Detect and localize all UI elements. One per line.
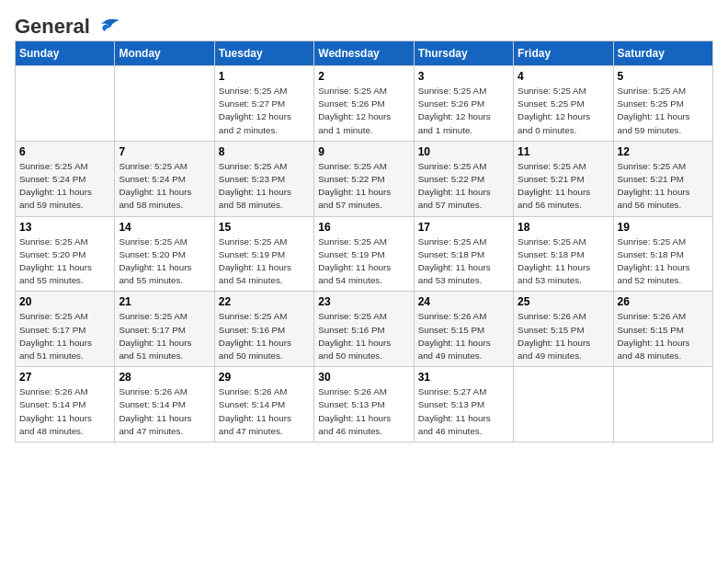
day-number: 21 xyxy=(119,295,210,308)
calendar-cell: 28Sunrise: 5:26 AM Sunset: 5:14 PM Dayli… xyxy=(115,367,214,442)
calendar-cell: 18Sunrise: 5:25 AM Sunset: 5:18 PM Dayli… xyxy=(514,216,613,292)
day-info: Sunrise: 5:25 AM Sunset: 5:19 PM Dayligh… xyxy=(318,236,409,288)
day-info: Sunrise: 5:25 AM Sunset: 5:17 PM Dayligh… xyxy=(119,310,210,362)
dow-friday: Friday xyxy=(514,41,613,66)
day-info: Sunrise: 5:26 AM Sunset: 5:13 PM Dayligh… xyxy=(318,385,409,438)
calendar-cell: 13Sunrise: 5:25 AM Sunset: 5:20 PM Dayli… xyxy=(16,216,115,292)
day-info: Sunrise: 5:26 AM Sunset: 5:15 PM Dayligh… xyxy=(518,310,609,362)
dow-saturday: Saturday xyxy=(613,41,712,66)
day-info: Sunrise: 5:26 AM Sunset: 5:14 PM Dayligh… xyxy=(219,385,310,438)
calendar-cell: 3Sunrise: 5:25 AM Sunset: 5:26 PM Daylig… xyxy=(414,66,513,142)
day-info: Sunrise: 5:25 AM Sunset: 5:25 PM Dayligh… xyxy=(518,85,609,137)
day-number: 13 xyxy=(19,221,110,234)
calendar-cell xyxy=(115,66,214,142)
dow-tuesday: Tuesday xyxy=(214,41,313,66)
calendar-cell: 25Sunrise: 5:26 AM Sunset: 5:15 PM Dayli… xyxy=(514,292,613,367)
calendar-cell: 21Sunrise: 5:25 AM Sunset: 5:17 PM Dayli… xyxy=(115,292,214,367)
day-info: Sunrise: 5:25 AM Sunset: 5:24 PM Dayligh… xyxy=(19,160,110,213)
day-info: Sunrise: 5:26 AM Sunset: 5:14 PM Dayligh… xyxy=(119,385,210,438)
day-number: 5 xyxy=(618,70,709,83)
calendar-cell: 16Sunrise: 5:25 AM Sunset: 5:19 PM Dayli… xyxy=(314,216,414,292)
day-info: Sunrise: 5:25 AM Sunset: 5:22 PM Dayligh… xyxy=(318,160,409,213)
day-info: Sunrise: 5:25 AM Sunset: 5:27 PM Dayligh… xyxy=(219,85,310,137)
day-number: 14 xyxy=(119,221,210,234)
day-number: 25 xyxy=(518,295,609,308)
day-info: Sunrise: 5:25 AM Sunset: 5:21 PM Dayligh… xyxy=(518,160,609,213)
calendar-cell: 12Sunrise: 5:25 AM Sunset: 5:21 PM Dayli… xyxy=(613,141,712,216)
day-number: 11 xyxy=(518,145,609,158)
day-number: 31 xyxy=(418,371,509,384)
day-number: 29 xyxy=(219,371,310,384)
day-number: 17 xyxy=(418,221,509,234)
calendar-cell: 14Sunrise: 5:25 AM Sunset: 5:20 PM Dayli… xyxy=(115,216,214,292)
dow-wednesday: Wednesday xyxy=(314,41,414,66)
day-number: 2 xyxy=(318,70,409,83)
day-info: Sunrise: 5:25 AM Sunset: 5:23 PM Dayligh… xyxy=(219,160,310,213)
day-number: 16 xyxy=(318,221,409,234)
day-info: Sunrise: 5:26 AM Sunset: 5:15 PM Dayligh… xyxy=(618,310,709,362)
dow-thursday: Thursday xyxy=(414,41,513,66)
day-number: 15 xyxy=(219,221,310,234)
dow-sunday: Sunday xyxy=(16,41,115,66)
calendar-cell: 1Sunrise: 5:25 AM Sunset: 5:27 PM Daylig… xyxy=(214,66,313,142)
day-info: Sunrise: 5:25 AM Sunset: 5:26 PM Dayligh… xyxy=(318,85,409,137)
calendar-cell: 2Sunrise: 5:25 AM Sunset: 5:26 PM Daylig… xyxy=(314,66,414,142)
day-info: Sunrise: 5:25 AM Sunset: 5:20 PM Dayligh… xyxy=(119,236,210,288)
calendar-cell: 4Sunrise: 5:25 AM Sunset: 5:25 PM Daylig… xyxy=(514,66,613,142)
day-number: 7 xyxy=(119,145,210,158)
calendar-cell: 22Sunrise: 5:25 AM Sunset: 5:16 PM Dayli… xyxy=(214,292,313,367)
day-number: 28 xyxy=(119,371,210,384)
day-number: 10 xyxy=(418,145,509,158)
day-info: Sunrise: 5:25 AM Sunset: 5:26 PM Dayligh… xyxy=(418,85,509,137)
calendar-table: SundayMondayTuesdayWednesdayThursdayFrid… xyxy=(15,40,713,442)
day-info: Sunrise: 5:25 AM Sunset: 5:22 PM Dayligh… xyxy=(418,160,509,213)
page-header: General xyxy=(15,15,713,33)
calendar-cell: 7Sunrise: 5:25 AM Sunset: 5:24 PM Daylig… xyxy=(115,141,214,216)
day-info: Sunrise: 5:25 AM Sunset: 5:17 PM Dayligh… xyxy=(19,310,110,362)
calendar-cell xyxy=(16,66,115,142)
day-info: Sunrise: 5:26 AM Sunset: 5:15 PM Dayligh… xyxy=(418,310,509,362)
calendar-cell: 15Sunrise: 5:25 AM Sunset: 5:19 PM Dayli… xyxy=(214,216,313,292)
day-info: Sunrise: 5:25 AM Sunset: 5:24 PM Dayligh… xyxy=(119,160,210,213)
calendar-cell: 23Sunrise: 5:25 AM Sunset: 5:16 PM Dayli… xyxy=(314,292,414,367)
day-number: 8 xyxy=(219,145,310,158)
calendar-cell xyxy=(514,367,613,442)
calendar-cell: 30Sunrise: 5:26 AM Sunset: 5:13 PM Dayli… xyxy=(314,367,414,442)
day-number: 19 xyxy=(618,221,709,234)
calendar-cell: 19Sunrise: 5:25 AM Sunset: 5:18 PM Dayli… xyxy=(613,216,712,292)
day-number: 22 xyxy=(219,295,310,308)
day-number: 9 xyxy=(318,145,409,158)
calendar-cell xyxy=(613,367,712,442)
day-info: Sunrise: 5:25 AM Sunset: 5:19 PM Dayligh… xyxy=(219,236,310,288)
logo-bird-icon xyxy=(92,15,121,35)
calendar-cell: 10Sunrise: 5:25 AM Sunset: 5:22 PM Dayli… xyxy=(414,141,513,216)
day-number: 12 xyxy=(618,145,709,158)
day-info: Sunrise: 5:27 AM Sunset: 5:13 PM Dayligh… xyxy=(418,385,509,438)
calendar-cell: 29Sunrise: 5:26 AM Sunset: 5:14 PM Dayli… xyxy=(214,367,313,442)
day-info: Sunrise: 5:25 AM Sunset: 5:18 PM Dayligh… xyxy=(618,236,709,288)
day-number: 6 xyxy=(19,145,110,158)
calendar-cell: 20Sunrise: 5:25 AM Sunset: 5:17 PM Dayli… xyxy=(16,292,115,367)
calendar-cell: 24Sunrise: 5:26 AM Sunset: 5:15 PM Dayli… xyxy=(414,292,513,367)
day-number: 18 xyxy=(518,221,609,234)
day-number: 3 xyxy=(418,70,509,83)
calendar-cell: 9Sunrise: 5:25 AM Sunset: 5:22 PM Daylig… xyxy=(314,141,414,216)
calendar-cell: 6Sunrise: 5:25 AM Sunset: 5:24 PM Daylig… xyxy=(16,141,115,216)
day-number: 20 xyxy=(19,295,110,308)
day-number: 30 xyxy=(318,371,409,384)
day-number: 24 xyxy=(418,295,509,308)
day-info: Sunrise: 5:25 AM Sunset: 5:16 PM Dayligh… xyxy=(318,310,409,362)
day-info: Sunrise: 5:26 AM Sunset: 5:14 PM Dayligh… xyxy=(19,385,110,438)
calendar-cell: 27Sunrise: 5:26 AM Sunset: 5:14 PM Dayli… xyxy=(16,367,115,442)
day-info: Sunrise: 5:25 AM Sunset: 5:25 PM Dayligh… xyxy=(618,85,709,137)
calendar-cell: 5Sunrise: 5:25 AM Sunset: 5:25 PM Daylig… xyxy=(613,66,712,142)
day-info: Sunrise: 5:25 AM Sunset: 5:18 PM Dayligh… xyxy=(418,236,509,288)
calendar-cell: 11Sunrise: 5:25 AM Sunset: 5:21 PM Dayli… xyxy=(514,141,613,216)
day-number: 23 xyxy=(318,295,409,308)
calendar-cell: 8Sunrise: 5:25 AM Sunset: 5:23 PM Daylig… xyxy=(214,141,313,216)
day-info: Sunrise: 5:25 AM Sunset: 5:21 PM Dayligh… xyxy=(618,160,709,213)
day-number: 26 xyxy=(618,295,709,308)
day-number: 27 xyxy=(19,371,110,384)
logo: General xyxy=(15,15,121,33)
calendar-cell: 17Sunrise: 5:25 AM Sunset: 5:18 PM Dayli… xyxy=(414,216,513,292)
